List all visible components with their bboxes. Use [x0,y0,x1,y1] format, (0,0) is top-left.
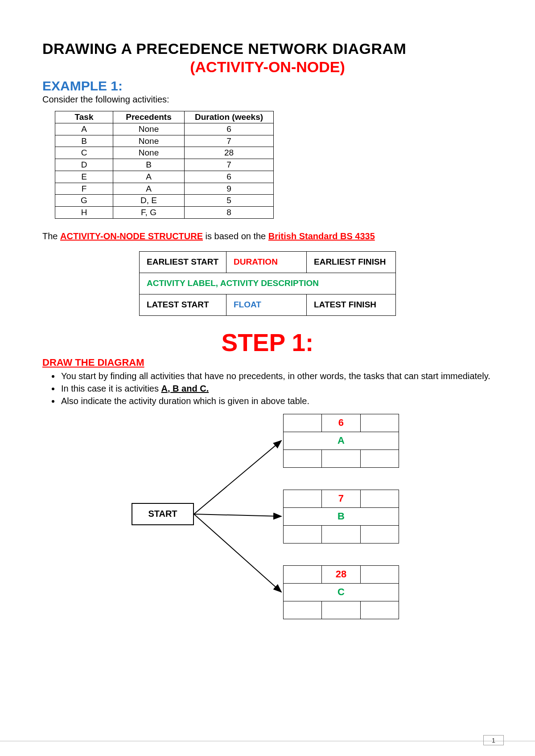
page-number: 1 [483,735,504,745]
table-row: FA9 [55,183,274,195]
precedence-diagram: START 6 A 7 B 28 C [42,414,493,646]
legend-duration: DURATION [226,251,307,273]
table-row: GD, E5 [55,195,274,207]
node-c-duration: 28 [322,565,360,583]
table-row: CNone28 [55,147,274,159]
node-b-duration: 7 [322,490,360,507]
aon-structure-sentence: The ACTIVITY-ON-NODE STRUCTURE is based … [42,231,493,241]
bullet-item: In this case it is activities A, B and C… [60,383,493,394]
table-row: HF, G8 [55,207,274,219]
bs4335-term: British Standard BS 4335 [268,231,375,241]
node-structure-legend: EARLIEST START DURATION EARLIEST FINISH … [139,251,396,316]
th-task: Task [55,111,113,123]
legend-latest-start: LATEST START [140,294,226,315]
table-row: BNone7 [55,135,274,147]
start-node: START [132,503,194,525]
legend-float: FLOAT [226,294,307,315]
activity-node-b: 7 B [283,490,399,544]
svg-line-3 [194,514,281,592]
node-a-duration: 6 [322,414,360,432]
th-duration: Duration (weeks) [185,111,274,123]
legend-earliest-start: EARLIEST START [140,251,226,273]
page-title-line2: (ACTIVITY-ON-NODE) [42,58,493,76]
svg-line-2 [194,514,281,516]
th-precedents: Precedents [113,111,185,123]
node-b-label: B [284,507,399,525]
legend-earliest-finish: EARLIEST FINISH [307,251,396,273]
example-heading: EXAMPLE 1: [42,78,493,94]
page-title-line1: DRAWING A PRECEDENCE NETWORK DIAGRAM [42,40,493,57]
bullet-item: Also indicate the activity duration whic… [60,395,493,407]
aon-structure-term: ACTIVITY-ON-NODE STRUCTURE [60,231,203,241]
table-row: DB7 [55,159,274,171]
step-heading: STEP 1: [42,328,493,357]
diagram-arrows [42,414,493,646]
instruction-bullets: You start by finding all activities that… [60,370,493,407]
bullet-item: You start by finding all activities that… [60,370,493,382]
table-row: EA6 [55,171,274,183]
table-row: ANone6 [55,123,274,135]
node-c-label: C [284,583,399,601]
legend-activity-description: ACTIVITY LABEL, ACTIVITY DESCRIPTION [140,273,396,294]
activity-node-a: 6 A [283,414,399,468]
legend-latest-finish: LATEST FINISH [307,294,396,315]
draw-the-diagram-heading: DRAW THE DIAGRAM [42,357,493,368]
intro-text: Consider the following activities: [42,94,493,105]
activity-table: Task Precedents Duration (weeks) ANone6 … [55,111,274,219]
activity-node-c: 28 C [283,565,399,619]
footer-rule [0,741,535,741]
node-a-label: A [284,432,399,450]
svg-line-1 [194,441,281,514]
